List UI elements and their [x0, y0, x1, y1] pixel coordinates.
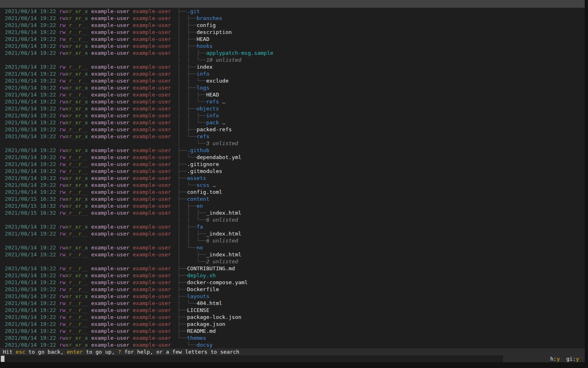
- truncation-ellipsis: …: [219, 99, 225, 105]
- file-row[interactable]: │ └──3 unlisted: [2, 140, 585, 147]
- file-row[interactable]: 2021/08/14 19:22 rw_r__r__ example-user …: [2, 314, 585, 321]
- file-perm-bit: _: [82, 168, 85, 174]
- file-row[interactable]: 2021/08/14 19:22 rwxr_xr_x example-user …: [2, 98, 585, 105]
- file-row[interactable]: 2021/08/14 19:22 rwxr_xr_x example-user …: [2, 223, 585, 230]
- file-perm-bit: w: [62, 328, 66, 334]
- file-row[interactable]: 2021/08/14 19:22 rwxr_xr_x example-user …: [2, 147, 585, 154]
- file-perm-bit: r: [78, 78, 82, 84]
- file-row[interactable]: 2021/08/14 19:22 rw_r__r__ example-user …: [2, 328, 585, 334]
- file-row[interactable]: 2021/08/14 19:22 rwxr_xr_x example-user …: [2, 43, 585, 49]
- file-perm-bit: _: [72, 161, 75, 167]
- file-row[interactable]: 2021/08/14 19:22 rwxr_xr_x example-user …: [2, 119, 585, 126]
- file-perm-bit: r: [59, 15, 62, 21]
- file-row[interactable]: 2021/08/14 19:22 rwxr_xr_x example-user …: [2, 244, 585, 251]
- file-row[interactable]: 2021/08/14 19:22 rw_r__r__ example-user …: [2, 321, 585, 328]
- file-perm-bit: _: [82, 85, 85, 91]
- file-perm-bit: _: [72, 210, 75, 216]
- file-row[interactable]: 2021/08/14 19:22 rwxr_xr_x example-user …: [2, 84, 585, 91]
- file-row[interactable]: 2021/08/14 19:22 rw_r__r__ example-user …: [2, 126, 585, 133]
- file-perm-bit: w: [62, 272, 66, 278]
- input-cursor[interactable]: [1, 356, 4, 362]
- file-group: example-user: [129, 314, 171, 320]
- file-perm-bit: r: [59, 50, 62, 56]
- file-row[interactable]: 2021/08/14 19:22 rw_r__r__ example-user …: [2, 307, 585, 314]
- file-row[interactable]: 2021/08/14 19:22 rw_r__r__ example-user …: [2, 154, 585, 161]
- search-input-bar[interactable]: h:y gi:y: [0, 355, 585, 362]
- file-row[interactable]: 2021/08/14 19:22 rw_r__r__ example-user …: [2, 251, 585, 258]
- file-date: 2021/08/15 16:32: [2, 210, 59, 216]
- file-row[interactable]: 2021/08/14 19:22 rw_r__r__ example-user …: [2, 300, 585, 307]
- file-row[interactable]: 2021/08/14 19:22 rw_r__r__ example-user …: [2, 91, 585, 98]
- file-perm-bit: _: [75, 22, 78, 28]
- file-row[interactable]: 2021/08/15 16:32 rwxr_xr_x example-user …: [2, 195, 585, 202]
- file-name: _index.html: [206, 251, 241, 258]
- file-row[interactable]: 2021/08/14 19:22 rwxr_xr_x example-user …: [2, 182, 585, 188]
- file-row[interactable]: 2021/08/14 19:22 rwxr_xr_x example-user …: [2, 112, 585, 119]
- file-row[interactable]: 2021/08/14 19:22 rwxr_xr_x example-user …: [2, 8, 585, 15]
- file-perm-bit: w: [62, 147, 66, 153]
- tree-branch-lines: │ └──: [178, 245, 197, 251]
- file-date: 2021/08/14 19:22: [2, 126, 59, 132]
- file-perm-bit: _: [75, 189, 78, 195]
- file-row[interactable]: 2021/08/14 19:22 rw_r__r__ example-user …: [2, 22, 585, 29]
- file-row[interactable]: 2021/08/14 19:22 rw_r__r__ example-user …: [2, 29, 585, 36]
- file-row[interactable]: 2021/08/14 19:22 rwxr_xr_x example-user …: [2, 15, 585, 22]
- file-row[interactable]: 2021/08/14 19:22 rwxr_xr_x example-user …: [2, 49, 585, 56]
- file-perm-bit: w: [62, 29, 66, 35]
- file-date: 2021/08/14 19:22: [2, 22, 59, 28]
- file-perm-bit: w: [62, 64, 66, 70]
- file-row[interactable]: │ │ └──6 unlisted: [2, 237, 585, 244]
- file-perm-bit: r: [78, 300, 82, 306]
- file-date: 2021/08/14 19:22: [2, 29, 59, 35]
- file-name: layouts: [187, 293, 209, 299]
- file-row[interactable]: 2021/08/14 19:22 rwxr_xr_x example-user …: [2, 175, 585, 182]
- file-row[interactable]: 2021/08/14 19:22 rwxr_xr_x example-user …: [2, 293, 585, 300]
- file-perm-bit: _: [75, 161, 78, 167]
- file-row[interactable]: 2021/08/14 19:22 rw_r__r__ example-user …: [2, 230, 585, 237]
- file-date: 2021/08/14 19:22: [2, 168, 59, 174]
- file-row[interactable]: 2021/08/14 19:22 rw_r__r__ example-user …: [2, 77, 585, 84]
- file-row[interactable]: 2021/08/14 19:22 rw_r__r__ example-user …: [2, 188, 585, 195]
- file-perm-bit: r: [78, 154, 82, 160]
- file-perm-bit: _: [82, 182, 85, 188]
- file-perm-bit: r: [59, 251, 62, 258]
- file-row[interactable]: │ └──2 unlisted: [2, 258, 585, 265]
- file-row[interactable]: 2021/08/14 19:22 rw_r__r__ example-user …: [2, 161, 585, 168]
- file-perm-bit: _: [82, 314, 85, 320]
- file-perm-bit: r: [78, 133, 82, 139]
- file-group: example-user: [129, 126, 171, 132]
- file-row[interactable]: 2021/08/14 19:22 rw_r__r__ example-user …: [2, 279, 585, 286]
- file-perm-bit: r: [59, 85, 62, 91]
- file-row[interactable]: 2021/08/14 19:22 rw_r__r__ example-user …: [2, 286, 585, 293]
- file-group: example-user: [129, 265, 171, 272]
- file-row[interactable]: 2021/08/15 16:32 rw_r__r__ example-user …: [2, 209, 585, 216]
- file-perm-bit: r: [78, 64, 82, 70]
- file-row[interactable]: 2021/08/14 19:22 rw_r__r__ example-user …: [2, 63, 585, 70]
- file-perm-bit: r: [78, 126, 82, 132]
- file-row[interactable]: 2021/08/14 19:22 rwxr_xr_x example-user …: [2, 272, 585, 279]
- file-group: example-user: [129, 15, 171, 21]
- file-perm-bit: r: [59, 71, 62, 77]
- file-perm-bit: r: [59, 119, 62, 126]
- file-row[interactable]: 2021/08/14 19:22 rwxr_xr_x example-user …: [2, 70, 585, 77]
- file-row[interactable]: │ │ └──10 unlisted: [2, 56, 585, 63]
- file-row[interactable]: 2021/08/14 19:22 rwxr_xr_x example-user …: [2, 334, 585, 341]
- tree-branch-lines: │ │ └──: [178, 119, 206, 126]
- file-row[interactable]: 2021/08/14 19:22 rw_r__r__ example-user …: [2, 265, 585, 272]
- file-row[interactable]: 2021/08/14 19:22 rw_r__r__ example-user …: [2, 168, 585, 175]
- file-perm-bit: _: [72, 335, 75, 341]
- file-perm-bit: _: [82, 133, 85, 139]
- file-row[interactable]: 2021/08/14 19:22 rwxr_xr_x example-user …: [2, 341, 585, 348]
- status-key-hint: enter: [67, 349, 83, 355]
- file-perm-bit: _: [72, 64, 75, 70]
- file-name: assets: [187, 175, 206, 181]
- file-row[interactable]: │ │ └──6 unlisted: [2, 216, 585, 223]
- file-perm-bit: x: [75, 175, 78, 181]
- file-row[interactable]: 2021/08/14 19:22 rwxr_xr_x example-user …: [2, 105, 585, 112]
- file-perm-bit: x: [75, 50, 78, 56]
- file-row[interactable]: 2021/08/14 19:22 rw_r__r__ example-user …: [2, 36, 585, 43]
- file-row[interactable]: 2021/08/15 16:32 rwxr_xr_x example-user …: [2, 202, 585, 209]
- file-perm-bit: x: [75, 203, 78, 209]
- file-perm-bit: _: [75, 64, 78, 70]
- file-row[interactable]: 2021/08/14 19:22 rwxr_xr_x example-user …: [2, 133, 585, 140]
